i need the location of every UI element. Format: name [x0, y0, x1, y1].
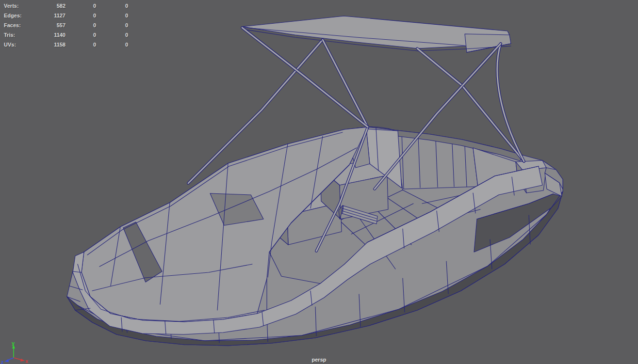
hud-row-tris: Tris: 1140 0 0	[4, 30, 130, 40]
axis-y-label: y	[12, 340, 15, 346]
hud-value-total: 582	[31, 1, 65, 11]
poly-count-hud: Verts: 582 0 0 Edges: 1127 0 0 Faces: 55…	[4, 1, 130, 49]
boat-wireframe-model[interactable]: y x z	[0, 0, 638, 364]
hud-label: Verts:	[4, 1, 19, 11]
hud-value-col2: 0	[76, 11, 96, 20]
hud-label: Edges:	[4, 11, 22, 20]
hud-row-faces: Faces: 557 0 0	[4, 20, 130, 30]
hud-value-total: 1158	[31, 40, 65, 49]
hud-value-col2: 0	[76, 1, 96, 11]
hud-row-verts: Verts: 582 0 0	[4, 1, 130, 11]
hud-value-col3: 0	[108, 1, 128, 11]
hud-value-col3: 0	[108, 30, 128, 40]
perspective-viewport[interactable]: y x z Verts: 582 0 0 Edges: 1127 0 0 Fac…	[0, 0, 638, 364]
hud-value-col3: 0	[108, 11, 128, 20]
hud-row-uvs: UVs: 1158 0 0	[4, 40, 130, 49]
canopy-tube-front-mid	[323, 40, 368, 127]
bimini-canopy[interactable]	[242, 16, 511, 52]
hud-value-col2: 0	[76, 30, 96, 40]
hud-value-col3: 0	[108, 20, 128, 30]
hud-value-col2: 0	[76, 40, 96, 49]
hud-value-total: 557	[31, 20, 65, 30]
hud-value-col2: 0	[76, 20, 96, 30]
hud-label: Faces:	[4, 20, 21, 30]
hud-row-edges: Edges: 1127 0 0	[4, 11, 130, 20]
hud-label: Tris:	[4, 30, 15, 40]
hud-value-col3: 0	[108, 40, 128, 49]
camera-name-label: persp	[0, 357, 638, 363]
hud-label: UVs:	[4, 40, 16, 49]
hud-value-total: 1140	[31, 30, 65, 40]
hud-value-total: 1127	[31, 11, 65, 20]
